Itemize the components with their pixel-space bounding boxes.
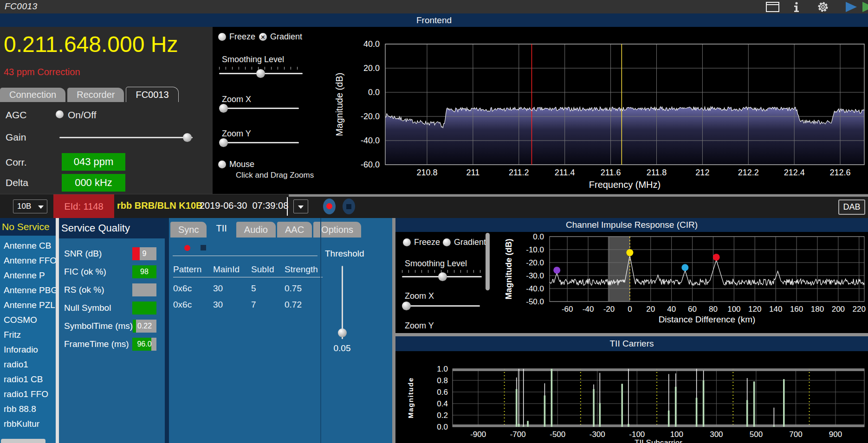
svg-text:180: 180 [811,305,824,314]
smoothing-slider[interactable] [219,73,303,74]
quality-bar [132,302,156,315]
service-item[interactable]: Antenne P [0,268,56,283]
svg-text:-20: -20 [603,305,615,314]
service-quality-panel: Service Quality SNR (dB)9FIC (ok %)98RS … [59,218,165,443]
svg-text:211.8: 211.8 [647,168,667,177]
zoom-y-slider[interactable] [219,142,299,143]
cir-header: Channel Impulse Response (CIR) [395,218,868,232]
tii-cell: 7 [251,300,285,310]
bottom-area: No Service Antenne CBAntenne FFOAntenne … [0,218,868,443]
tii-cell: 0.72 [285,300,323,310]
tab-connection[interactable]: Connection [0,88,65,102]
tii-column-header: Pattern [173,264,213,277]
stop-button[interactable] [343,199,355,214]
dab-mode-button[interactable]: DAB [838,199,865,215]
quality-label: RS (ok %) [59,285,132,295]
tab-tii[interactable]: TII [208,220,234,238]
cir-zoom-x-slider-knob[interactable] [402,302,411,310]
tab-aac[interactable]: AAC [277,222,312,238]
corr-value-box: 043 ppm [62,153,125,171]
tii-cell: 5 [251,283,285,294]
cir-smoothing-slider-knob[interactable] [438,272,447,281]
tii-carriers-chart[interactable]: 1.00.80.60.40.20.0-900-700-500-300-10010… [395,336,868,443]
tab-fc0013[interactable]: FC0013 [126,87,178,102]
service-item[interactable]: radio1 FFO [0,387,56,402]
service-item[interactable]: Antenne PZL [0,298,56,313]
ensemble-bar: 10B EId: 1148 rbb BRB/BLN K10B 2019-06-3… [0,194,868,218]
zoom-y-slider-knob[interactable] [219,138,228,147]
tab-audio[interactable]: Audio [236,222,276,238]
zoom-x-slider-knob[interactable] [219,104,228,113]
zoom-y-label: Zoom Y [222,129,251,139]
play-icon[interactable] [846,2,857,12]
service-item[interactable]: Inforadio [0,342,56,357]
agc-radio[interactable] [56,110,64,118]
svg-text:500: 500 [750,430,763,439]
service-item[interactable]: radio1 [0,357,56,372]
svg-text:210.8: 210.8 [416,168,437,177]
quality-row: SymbolTime (ms)0.22 [59,317,165,335]
svg-text:-30.0: -30.0 [526,271,544,280]
record-button[interactable] [323,199,336,214]
service-item[interactable]: COSMO [0,313,56,327]
record-options-dropdown[interactable] [293,199,308,213]
gain-slider-knob[interactable] [183,133,192,142]
record-icon [326,203,332,209]
svg-text:TII Subcarrier: TII Subcarrier [635,438,682,443]
tii-table: PatternMainIdSubIdStrength0x6c3050.750x6… [173,264,323,310]
smoothing-slider-knob[interactable] [256,69,265,78]
cir-smoothing-slider[interactable] [402,276,482,277]
quality-label: FIC (ok %) [59,267,132,277]
service-item[interactable]: rbb 88.8 [0,402,56,417]
service-item[interactable]: rbbKultur [0,417,56,431]
gear-icon[interactable] [817,1,829,15]
quality-row: RS (ok %) [59,281,165,299]
quality-bar: 98 [132,265,156,278]
service-item[interactable]: Antenne FFO [0,253,56,268]
cir-scrollbar[interactable] [486,233,490,290]
gain-slider[interactable] [59,137,193,138]
tii-column-header: MainId [213,264,251,277]
zoom-x-slider[interactable] [219,108,299,109]
panel-splitter[interactable] [395,333,868,336]
tii-column-header: Strength [285,264,323,277]
svg-text:211.4: 211.4 [555,168,575,177]
freeze-radio[interactable] [218,33,226,41]
tuner-panel: 0.211.648.000 Hz 43 ppm Correction Conne… [0,27,213,194]
service-item[interactable]: radio1 CB [0,372,56,387]
decoder-tabs: SyncTIIAudioAACOptions [170,218,361,238]
mouse-radio[interactable] [218,161,226,168]
freeze-label: Freeze [229,32,255,42]
panel-divider [392,218,395,443]
quality-bar: 0.22 [133,320,156,333]
window-icon[interactable] [766,2,780,14]
tii-stop-icon[interactable] [201,245,206,250]
chevron-down-icon [298,205,304,209]
cir-chart[interactable]: 0.0-10.0-20.0-30.0-40.0-50.0-60-40-20020… [395,218,868,333]
threshold-slider[interactable] [342,266,343,339]
cir-zoom-x-slider[interactable] [402,305,480,307]
service-item[interactable]: Antenne CB [0,238,56,253]
tab-sync[interactable]: Sync [170,222,207,238]
gradient-radio[interactable] [259,33,267,41]
service-item[interactable]: Antenne PBG [0,283,56,298]
tab-recorder[interactable]: Recorder [67,88,124,102]
quality-bar: 96.0 [132,338,156,351]
cir-panel: 0.0-10.0-20.0-30.0-40.0-50.0-60-40-20020… [395,218,868,333]
channel-select[interactable]: 10B [13,199,47,213]
scrollbar-stub[interactable] [1,439,45,443]
threshold-slider-knob[interactable] [338,328,347,337]
cir-freeze-radio[interactable] [403,238,411,246]
tii-record-icon[interactable] [184,245,190,251]
play-secondary-icon[interactable] [862,2,868,12]
service-item[interactable]: Fritz [0,327,56,342]
tii-carriers-header: TII Carriers [395,336,868,351]
application-window: FC0013 Frontend 0.211.648.000 Hz 43 ppm … [0,0,868,443]
frontend-spectrum-chart[interactable]: 40.020.00.0-20.0-40.0-60.0210.8211211.22… [325,27,868,194]
svg-text:200: 200 [832,305,845,314]
cir-zoom-y-label: Zoom Y [405,321,434,331]
info-icon[interactable] [792,1,801,14]
divider [320,218,321,443]
channel-value: 10B [17,202,31,211]
cir-gradient-radio[interactable] [443,238,451,246]
